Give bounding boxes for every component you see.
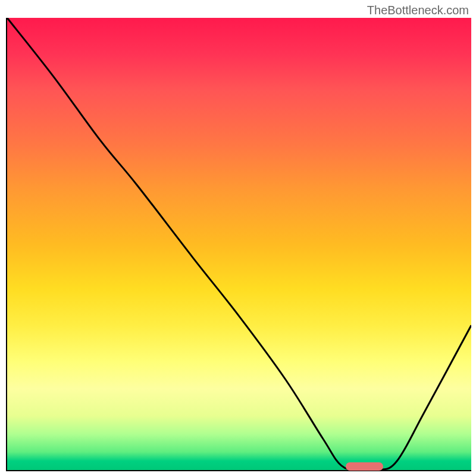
bottleneck-curve	[7, 18, 471, 470]
optimal-range-marker	[346, 462, 383, 471]
plot-area	[6, 18, 471, 471]
watermark-text: TheBottleneck.com	[367, 4, 469, 17]
chart-container: TheBottleneck.com	[0, 0, 476, 476]
